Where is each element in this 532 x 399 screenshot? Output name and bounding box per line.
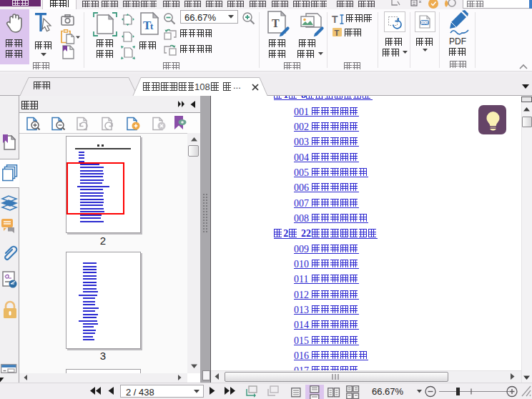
svg-text:T: T [335, 29, 340, 37]
svg-text:T: T [332, 14, 338, 25]
svg-text:T: T [272, 17, 280, 29]
svg-text:OCR: OCR [421, 21, 429, 25]
svg-text:t: t [150, 21, 154, 31]
